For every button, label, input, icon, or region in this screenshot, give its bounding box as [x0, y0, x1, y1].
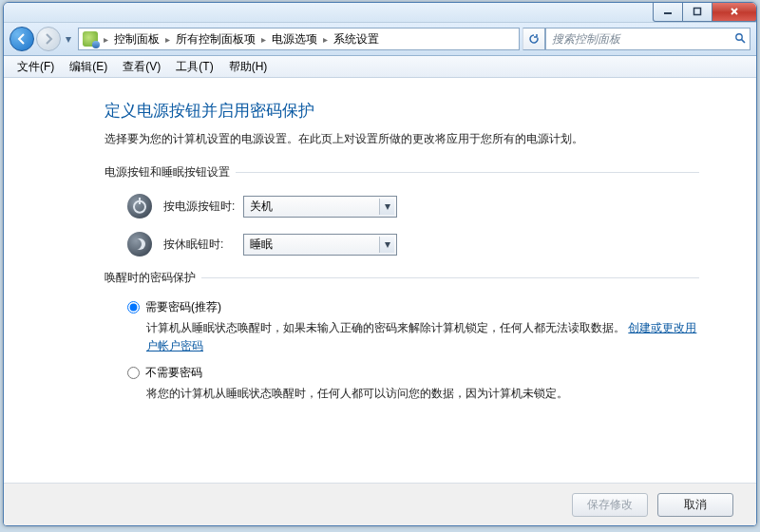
page-heading: 定义电源按钮并启用密码保护 [104, 100, 756, 122]
window: ▾ ▸ 控制面板 ▸ 所有控制面板项 ▸ 电源选项 ▸ 系统设置 文件(F) 编… [3, 2, 757, 526]
svg-point-4 [736, 33, 742, 39]
page-subtitle: 选择要为您的计算机设置的电源设置。在此页上对设置所做的更改将应用于您所有的电源计… [104, 131, 756, 147]
sleep-label: 按休眠钮时: [163, 237, 243, 253]
section-label: 唤醒时的密码保护 [104, 270, 196, 286]
breadcrumb-item[interactable]: 控制面板 [110, 31, 163, 48]
power-icon [127, 194, 152, 218]
menu-view[interactable]: 查看(V) [115, 59, 168, 75]
minimize-button[interactable] [653, 2, 683, 22]
svg-rect-1 [694, 9, 701, 15]
svg-line-5 [742, 39, 745, 42]
cancel-button[interactable]: 取消 [657, 493, 733, 517]
divider [201, 277, 699, 278]
chevron-down-icon: ▾ [379, 237, 394, 253]
power-button-row: 按电源按钮时: 关机 ▾ [127, 194, 756, 218]
chevron-down-icon: ▾ [379, 199, 394, 215]
content: 定义电源按钮并启用密码保护 选择要为您的计算机设置的电源设置。在此页上对设置所做… [4, 77, 756, 484]
option-desc-text: 计算机从睡眠状态唤醒时，如果未输入正确的密码来解除计算机锁定，任何人都无法读取数… [146, 321, 625, 334]
radio-label: 不需要密码 [145, 365, 202, 381]
close-button[interactable] [712, 2, 757, 22]
section-buttons: 电源按钮和睡眠按钮设置 [104, 164, 699, 180]
radio-no-password-input[interactable] [127, 367, 140, 379]
window-buttons [653, 2, 757, 22]
radio-require-password-input[interactable] [127, 301, 140, 314]
maximize-button[interactable] [683, 2, 712, 22]
section-password: 唤醒时的密码保护 [104, 270, 699, 286]
option-description: 将您的计算机从睡眠状态唤醒时，任何人都可以访问您的数据，因为计算机未锁定。 [146, 385, 699, 403]
save-button[interactable]: 保存修改 [572, 493, 648, 517]
sleep-icon [127, 232, 152, 256]
search-box[interactable] [545, 28, 750, 50]
address-bar[interactable]: ▸ 控制面板 ▸ 所有控制面板项 ▸ 电源选项 ▸ 系统设置 [78, 28, 520, 50]
menubar: 文件(F) 编辑(E) 查看(V) 工具(T) 帮助(H) [4, 56, 756, 78]
option-description: 计算机从睡眠状态唤醒时，如果未输入正确的密码来解除计算机锁定，任何人都无法读取数… [146, 319, 699, 355]
radio-no-password[interactable]: 不需要密码 [127, 365, 699, 381]
radio-label: 需要密码(推荐) [145, 299, 221, 315]
option-no-password: 不需要密码 将您的计算机从睡眠状态唤醒时，任何人都可以访问您的数据，因为计算机未… [127, 365, 699, 403]
menu-tools[interactable]: 工具(T) [168, 59, 220, 75]
menu-help[interactable]: 帮助(H) [221, 59, 276, 75]
chevron-right-icon: ▸ [102, 34, 110, 45]
nav-forward-button[interactable] [36, 27, 61, 51]
refresh-button[interactable] [522, 28, 545, 50]
search-input[interactable] [550, 31, 734, 47]
sleep-select-value: 睡眠 [250, 237, 273, 253]
sleep-button-row: 按休眠钮时: 睡眠 ▾ [127, 232, 756, 256]
search-icon [734, 32, 746, 47]
radio-require-password[interactable]: 需要密码(推荐) [127, 299, 699, 315]
navbar: ▾ ▸ 控制面板 ▸ 所有控制面板项 ▸ 电源选项 ▸ 系统设置 [4, 23, 756, 56]
power-select-value: 关机 [250, 199, 273, 215]
breadcrumb-item[interactable]: 电源选项 [268, 31, 321, 48]
power-label: 按电源按钮时: [163, 199, 243, 215]
titlebar [4, 3, 756, 23]
power-select[interactable]: 关机 ▾ [243, 196, 397, 218]
breadcrumb-item[interactable]: 系统设置 [330, 31, 383, 48]
sleep-select[interactable]: 睡眠 ▾ [243, 234, 397, 256]
section-label: 电源按钮和睡眠按钮设置 [104, 164, 230, 180]
menu-edit[interactable]: 编辑(E) [62, 59, 115, 75]
nav-history-dropdown[interactable]: ▾ [63, 27, 74, 51]
nav-back-button[interactable] [10, 27, 34, 51]
chevron-right-icon: ▸ [163, 34, 172, 45]
chevron-right-icon: ▸ [321, 34, 330, 45]
divider [236, 172, 699, 173]
breadcrumb-item[interactable]: 所有控制面板项 [172, 31, 259, 48]
footer: 保存修改 取消 [4, 483, 756, 525]
control-panel-icon [83, 31, 98, 47]
menu-file[interactable]: 文件(F) [10, 59, 62, 75]
chevron-right-icon: ▸ [259, 34, 268, 45]
option-require-password: 需要密码(推荐) 计算机从睡眠状态唤醒时，如果未输入正确的密码来解除计算机锁定，… [127, 299, 699, 355]
